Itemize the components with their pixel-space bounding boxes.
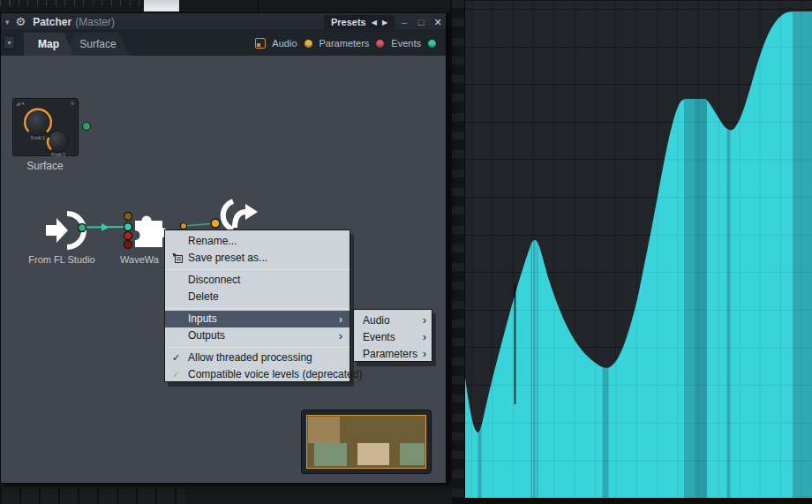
events-led[interactable]	[427, 39, 437, 49]
minimap-block-green-right	[400, 443, 425, 465]
window-subtitle: (Master)	[75, 16, 115, 28]
menu-item-save-preset[interactable]: Save preset as...	[165, 250, 350, 267]
module-gear-icon[interactable]: ⚙	[71, 101, 75, 106]
surface-module[interactable]: ◢ ● ⚙ Knob 1 Knob 2	[12, 98, 79, 156]
check-icon: ✓	[172, 350, 184, 366]
detached-view-icon[interactable]	[255, 38, 266, 49]
submenu-item-parameters[interactable]: Parameters ›	[354, 346, 432, 362]
inputs-submenu: Audio › Events › Parameters ›	[353, 309, 432, 362]
knob-1-label: Knob 1	[26, 135, 50, 140]
surface-output-port[interactable]	[82, 122, 91, 131]
background-window-bottom	[0, 484, 452, 504]
submenu-item-events[interactable]: Events ›	[354, 329, 432, 345]
scrollbar-thumb[interactable]	[144, 0, 179, 11]
minimap-block-green-left	[314, 443, 347, 466]
minimize-button[interactable]: –	[397, 13, 411, 31]
playlist-grid[interactable]	[465, 0, 812, 498]
submenu-item-audio[interactable]: Audio ›	[354, 312, 432, 328]
presets-control[interactable]: Presets ◀ ▶	[324, 15, 395, 29]
menu-item-inputs[interactable]: Inputs ›	[165, 311, 350, 327]
menu-item-compatible-voice[interactable]: ✓ Compatible voice levels (deprecated)	[165, 366, 350, 383]
maximize-button[interactable]: □	[414, 13, 428, 31]
menu-item-rename[interactable]: Rename...	[165, 233, 350, 250]
close-button[interactable]: ✕	[431, 13, 445, 31]
tab-bar: ▾ Surface Map Audio Parameters Events	[1, 31, 446, 56]
surface-node-label: Surface	[16, 160, 74, 172]
piano-keys-strip[interactable]	[452, 0, 465, 498]
window-title: Patcher	[33, 16, 71, 28]
submenu-arrow-icon: ›	[339, 311, 342, 327]
save-as-icon	[172, 252, 184, 264]
view-dropdown-button[interactable]: ▾	[4, 35, 15, 49]
menu-separator	[165, 269, 350, 270]
preset-next-icon[interactable]: ▶	[382, 19, 387, 26]
minimap[interactable]	[301, 410, 432, 474]
preset-prev-icon[interactable]: ◀	[372, 19, 377, 26]
from-fl-node-label: From FL Studio	[18, 254, 106, 265]
events-label: Events	[391, 38, 421, 49]
screen: ▾ ⚙ Patcher (Master) Presets ◀ ▶ – □ ✕ ▾…	[0, 0, 812, 504]
tab-map[interactable]: Map	[24, 33, 73, 56]
parameters-label: Parameters	[320, 38, 370, 49]
menu-item-allow-threaded[interactable]: ✓ Allow threaded processing	[165, 350, 350, 366]
bottom-edge-right	[450, 498, 812, 504]
titlebar[interactable]: ▾ ⚙ Patcher (Master) Presets ◀ ▶ – □ ✕	[1, 13, 446, 31]
minimap-block-beige	[357, 443, 389, 465]
submenu-arrow-icon: ›	[423, 329, 426, 345]
divider	[258, 0, 259, 12]
check-dim-icon: ✓	[172, 366, 184, 383]
presets-label[interactable]: Presets	[331, 17, 366, 27]
audio-label: Audio	[272, 38, 297, 49]
minimap-viewport[interactable]	[306, 415, 426, 469]
window-menu-caret-icon[interactable]: ▾	[5, 18, 10, 26]
tab-surface[interactable]: Surface	[66, 33, 130, 56]
context-menu: Rename... Save preset as... Disconnect D…	[164, 229, 350, 382]
submenu-arrow-icon: ›	[423, 312, 426, 328]
menu-item-delete[interactable]: Delete	[165, 289, 350, 305]
menu-item-outputs[interactable]: Outputs ›	[165, 327, 350, 344]
menu-separator	[165, 308, 350, 309]
step-cells	[0, 487, 185, 504]
module-options-icon[interactable]: ◢ ●	[16, 101, 25, 106]
parameters-led[interactable]	[375, 39, 385, 49]
wavewave-node-label: WaveWa	[116, 254, 163, 265]
minimap-block-tan	[308, 417, 340, 443]
submenu-arrow-icon: ›	[339, 327, 342, 344]
gear-icon[interactable]: ⚙	[16, 16, 26, 27]
audio-led[interactable]	[304, 39, 313, 49]
menu-item-disconnect[interactable]: Disconnect	[165, 272, 350, 289]
timeline-ticks	[0, 0, 142, 6]
submenu-arrow-icon: ›	[423, 346, 426, 362]
signal-indicators: Audio Parameters Events	[255, 31, 437, 56]
knob-2-label: Knob 2	[46, 152, 71, 157]
surface-knobs	[13, 99, 79, 157]
menu-separator	[165, 347, 350, 348]
background-window-top	[0, 0, 450, 12]
